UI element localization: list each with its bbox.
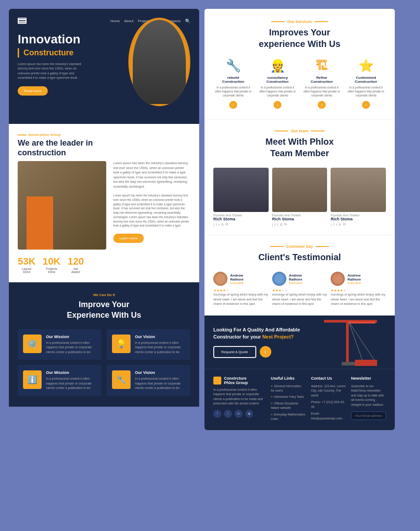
footer-link-4[interactable]: Everyday Mathematics Links xyxy=(271,412,306,421)
testimonial-2-role: Executive xyxy=(289,281,302,285)
card-1-title: Our Mission xyxy=(46,335,96,339)
pinterest-icon[interactable]: ☊ xyxy=(225,223,228,226)
pinterest-icon-2[interactable]: ☊ xyxy=(284,223,287,226)
stat-3-num: 120 xyxy=(68,256,84,267)
hero-description: Lorem ipsum has been the industry's stan… xyxy=(18,62,89,81)
card-2: 💡 Our Vision In a professional context i… xyxy=(107,329,190,360)
card-3: ℹ️ Our Mission In a professional context… xyxy=(18,365,101,396)
facebook-icon-2[interactable]: f xyxy=(275,223,276,226)
services-icons-row: 🔧 rebuildConstruction In a professional … xyxy=(213,58,386,109)
card-4-content: Our Vision In a professional context it … xyxy=(135,370,185,391)
stat-2-label: ProjectsDone xyxy=(42,267,60,273)
learn-more-button[interactable]: Learn more xyxy=(113,234,144,243)
team-2-socials: | f t G ☊ xyxy=(272,223,328,226)
card-3-icon: ℹ️ xyxy=(23,370,42,389)
team-2-name: Rich Stoma xyxy=(272,217,328,221)
card-1-content: Our Mission In a professional context it… xyxy=(46,335,96,355)
card-1-desc: In a professional context it often happe… xyxy=(46,341,96,355)
facebook-icon[interactable]: f xyxy=(216,223,217,226)
divider-line-2: | xyxy=(272,223,273,226)
service-2-arrow[interactable]: › xyxy=(274,101,281,109)
testimonial-1-text: mornings of spring which lenjoy with my … xyxy=(213,292,269,307)
testimonial-1-stars: ★★★★★ xyxy=(213,289,269,292)
testimonial-2-name: AndrewRathore xyxy=(289,273,302,281)
svg-line-3 xyxy=(349,322,377,364)
divider-line-3: | xyxy=(331,223,331,226)
service-4-arrow[interactable]: › xyxy=(362,101,370,109)
stat-3-label: GetAward xyxy=(68,267,84,273)
google-icon-2[interactable]: G xyxy=(280,223,282,226)
hero-section: Home About Projects Blog Contacts 🔍 Inno… xyxy=(9,9,199,124)
footer-links-col: Useful Links General Information for use… xyxy=(271,376,306,423)
google-icon[interactable]: G xyxy=(221,223,223,226)
twitter-icon-2[interactable]: t xyxy=(277,223,278,226)
team-cards: Founder And Thinker Rich Stoma | f t G ☊… xyxy=(213,168,386,226)
footer-email: Email: Info@yourdomain.com xyxy=(311,412,346,421)
stats-row: 53K LayoutDone 10K ProjectsDone 120 GetA… xyxy=(18,256,190,273)
avatar-1 xyxy=(213,272,227,286)
testimonial-1-header: AndrewRathore Executive xyxy=(213,272,269,286)
card-4-icon: 🔧 xyxy=(112,370,131,389)
pinterest-icon-3[interactable]: ☊ xyxy=(343,223,346,226)
request-quote-button[interactable]: Request A Quote xyxy=(213,346,256,358)
nav-home[interactable]: Home xyxy=(110,19,119,23)
newsletter-input[interactable] xyxy=(351,412,386,420)
testimonial-1-name: AndrewRathore xyxy=(230,273,243,281)
service-3-name: RefineConstruction xyxy=(302,76,342,84)
footer-newsletter-heading: Newsletter xyxy=(351,376,386,381)
testimonial-1-role: Executive xyxy=(230,281,243,285)
twitter-icon[interactable]: t xyxy=(219,223,220,226)
footer-link-2[interactable]: Interactive Fairy Tales xyxy=(271,395,306,399)
service-3-arrow[interactable]: › xyxy=(318,101,326,109)
card-4-title: Our Vision xyxy=(135,370,185,375)
testimonial-cards: AndrewRathore Executive ★★★★★ mornings o… xyxy=(213,272,386,307)
footer-instagram[interactable]: ◉ xyxy=(245,410,253,418)
card-2-content: Our Vision In a professional context it … xyxy=(135,335,185,355)
testimonial-2-info: AndrewRathore Executive xyxy=(289,273,302,285)
hero-title: Innovation xyxy=(18,33,190,46)
testimonial-3-role: Executive xyxy=(347,281,361,285)
testimonials-label: Customer Say xyxy=(286,244,313,249)
team-img-3 xyxy=(331,168,386,212)
testimonial-2-header: AndrewRathore Executive xyxy=(272,272,328,286)
card-1: ⚙️ Our Mission In a professional context… xyxy=(18,329,101,360)
stat-1-label: LayoutDone xyxy=(18,267,35,273)
footer-company-name: ConstrcturePhlox Group xyxy=(224,376,248,385)
twitter-icon-3[interactable]: t xyxy=(336,223,337,226)
testimonial-card-1: AndrewRathore Executive ★★★★★ mornings o… xyxy=(213,272,269,307)
about-right: Lorem ipsum has been the industry's stan… xyxy=(113,161,190,250)
hero-cta-button[interactable]: Read more xyxy=(18,86,48,96)
left-panel: Home About Projects Blog Contacts 🔍 Inno… xyxy=(9,9,199,430)
footer-facebook[interactable]: f xyxy=(213,410,221,418)
footer-linkedin[interactable]: in xyxy=(235,410,243,418)
search-icon[interactable]: 🔍 xyxy=(185,19,190,23)
svg-rect-6 xyxy=(355,360,377,366)
card-4-desc: In a professional context it often happe… xyxy=(135,377,185,391)
footer-link-3[interactable]: Official Storybook Maker website xyxy=(271,401,306,410)
nav-about[interactable]: About xyxy=(124,19,134,23)
footer-contact-heading: Contact Us xyxy=(311,376,346,381)
facebook-icon-3[interactable]: f xyxy=(333,223,334,226)
footer-link-1[interactable]: General Information for users xyxy=(271,384,306,393)
testimonial-3-name: AndrewRathore xyxy=(347,273,361,281)
footer-twitter[interactable]: t xyxy=(224,410,232,418)
stat-3: 120 GetAward xyxy=(68,256,84,273)
avatar-2 xyxy=(272,272,286,286)
service-1-arrow[interactable]: › xyxy=(229,101,237,109)
about-title: We are the leader in construction xyxy=(18,139,106,158)
footer-logo: ConstrcturePhlox Group xyxy=(213,376,266,385)
service-item-4: ⭐ CustomizedConstruction In a profession… xyxy=(346,58,386,109)
testimonials-section: Customer Say Client's Testimonial Andrew… xyxy=(204,235,395,316)
testimonial-2-stars: ★★★★★ xyxy=(272,289,328,292)
stat-1: 53K LayoutDone xyxy=(18,256,35,273)
card-2-desc: In a professional context it often happe… xyxy=(135,341,185,355)
testimonials-label-line: Customer Say xyxy=(213,244,386,249)
team-section: Our team Meet With PhloxTeam Member Foun… xyxy=(204,120,395,235)
footer-company: ConstrcturePhlox Group In a professional… xyxy=(213,376,266,423)
cta-arrow-button[interactable]: › xyxy=(260,346,271,358)
about-row: Lorem ipsum has been the industry's stan… xyxy=(18,161,190,250)
about-desc-2: Lorem ipsum has been the industry's stan… xyxy=(113,193,190,229)
footer-phone: Phone: +7 (212) 654-33-35 xyxy=(311,400,346,409)
google-icon-3[interactable]: G xyxy=(339,223,341,226)
footer-grid: ConstrcturePhlox Group In a professional… xyxy=(213,376,386,423)
